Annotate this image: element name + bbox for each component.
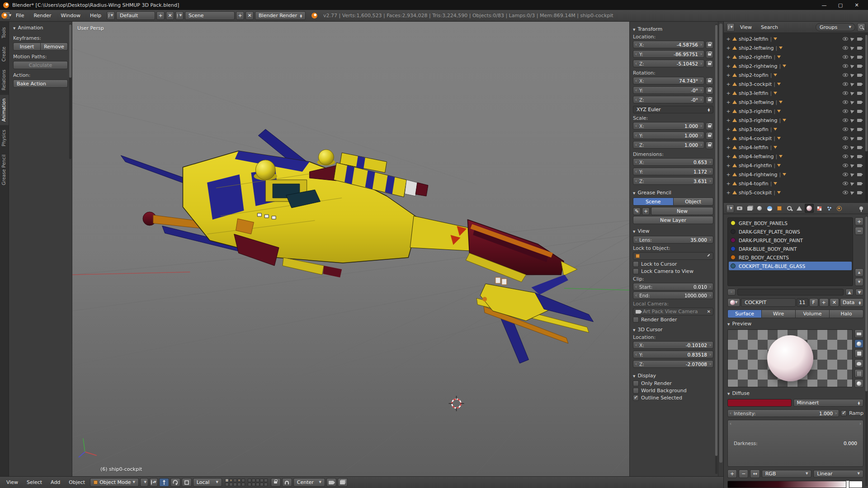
material-slot[interactable]: DARK-PURPLE_BODY_PAINT [729, 236, 852, 244]
preview-world-button[interactable] [854, 379, 863, 388]
tab-physics[interactable] [835, 204, 844, 213]
layer-cell[interactable] [256, 479, 259, 482]
gp-scene-toggle[interactable]: Scene [633, 197, 674, 206]
material-slot[interactable]: DARK-BLUE_BODY_PAINT [729, 244, 852, 253]
tab-texture[interactable] [815, 204, 824, 213]
lock-object-field[interactable] [633, 252, 713, 260]
lock-toggle-button[interactable] [706, 122, 713, 130]
visibility-eye-icon[interactable] [843, 118, 848, 122]
renderability-camera-icon[interactable] [857, 146, 862, 149]
selectability-icon[interactable] [850, 37, 855, 41]
outline-selected-checkbox[interactable] [633, 395, 639, 401]
expand-icon[interactable] [726, 190, 731, 196]
visibility-eye-icon[interactable] [843, 191, 848, 194]
eyedropper-icon[interactable] [706, 254, 711, 258]
renderability-camera-icon[interactable] [857, 101, 862, 104]
renderability-camera-icon[interactable] [857, 38, 862, 41]
outliner-row[interactable]: ship4-rightfin [726, 161, 867, 170]
expand-icon[interactable] [726, 154, 731, 160]
maximize-button[interactable]: ▢ [832, 0, 849, 10]
render-opengl-button[interactable] [326, 478, 336, 487]
expand-icon[interactable] [726, 163, 731, 169]
browse-material-button[interactable]: ▼ [727, 298, 740, 307]
bake-action-button[interactable]: Bake Action [13, 80, 68, 88]
expand-icon[interactable] [726, 117, 731, 123]
list-grip[interactable]: ▼ [855, 289, 863, 296]
tab-tools[interactable]: Tools [0, 23, 9, 42]
list-filter-button[interactable]: ◦ [727, 289, 736, 296]
selectability-icon[interactable] [850, 163, 855, 168]
layout-name-field[interactable]: Default [116, 11, 155, 20]
insert-keyframe-button[interactable]: Insert [13, 42, 41, 51]
layer-cell[interactable] [229, 483, 233, 486]
selectability-icon[interactable] [850, 82, 855, 86]
transform-orientation-dropdown[interactable]: Local▼ [193, 478, 222, 487]
mode-dropdown[interactable]: Object Mode▼ [90, 478, 139, 487]
grease-pencil-collapse-icon[interactable] [633, 190, 635, 196]
menu-file[interactable]: File [12, 12, 28, 19]
selectability-icon[interactable] [850, 46, 855, 50]
dimension-field[interactable]: Z:3.631 [633, 177, 713, 185]
material-slot-selected[interactable]: COCKPIT_TEAL-BLUE_GLASS [729, 262, 852, 270]
clear-camera-icon[interactable]: ✕ [707, 309, 711, 314]
fake-user-button[interactable]: F [809, 298, 818, 307]
selectability-icon[interactable] [850, 91, 855, 95]
visibility-eye-icon[interactable] [843, 109, 848, 113]
gp-add-button[interactable]: + [642, 207, 650, 215]
layout-browse-button[interactable]: ▼ [107, 11, 115, 20]
expand-icon[interactable] [726, 54, 731, 60]
outliner-row[interactable]: ship4-cockpit [726, 134, 867, 143]
manipulator-rotate-button[interactable] [170, 478, 180, 487]
tab-grease-pencil[interactable]: Grease Pencil [0, 151, 9, 189]
outliner-row[interactable]: ship3-leftfin [726, 89, 867, 98]
menu-object[interactable]: Object [65, 479, 89, 486]
lock-toggle-button[interactable] [706, 87, 713, 94]
selectability-icon[interactable] [850, 145, 855, 150]
layer-cell[interactable] [225, 483, 229, 486]
ramp-handle[interactable] [846, 480, 849, 488]
gp-new-button[interactable]: New [651, 207, 713, 215]
tab-world[interactable] [765, 204, 774, 213]
remove-material-slot-button[interactable]: − [855, 227, 863, 235]
ramp-blend-dropdown[interactable]: Linear▼ [813, 470, 863, 478]
outliner-row[interactable]: ship2-topfin [726, 70, 867, 80]
only-render-checkbox[interactable] [633, 380, 639, 386]
layer-cell[interactable] [260, 483, 264, 486]
preview-sphere-button[interactable] [854, 339, 863, 348]
diffuse-darkness-slider[interactable]: Darkness:0.000 [727, 420, 863, 467]
outliner-row[interactable]: ship2-leftfin [726, 34, 867, 43]
tab-render[interactable] [735, 204, 744, 213]
new-material-button[interactable]: + [819, 298, 829, 307]
pin-id-button[interactable] [857, 204, 866, 213]
layer-cell[interactable] [233, 479, 237, 482]
preview-monkey-button[interactable] [854, 359, 863, 368]
visibility-eye-icon[interactable] [843, 100, 848, 104]
scale-field[interactable]: Z:1.000 [633, 141, 704, 149]
manipulator-scale-button[interactable] [182, 478, 192, 487]
dimension-field[interactable]: Y:1.172 [633, 168, 713, 175]
layer-cell[interactable] [241, 479, 245, 482]
tab-particles[interactable] [825, 204, 834, 213]
layer-cell[interactable] [225, 479, 229, 482]
ramp-input-dropdown[interactable]: RGB▼ [762, 470, 812, 478]
cursor3d-collapse-icon[interactable] [633, 327, 635, 333]
ramp-delete-button[interactable]: − [739, 469, 748, 478]
selectability-icon[interactable] [850, 118, 855, 122]
scale-field[interactable]: Y:1.000 [633, 131, 704, 139]
selectability-icon[interactable] [850, 181, 855, 186]
expand-icon[interactable] [726, 72, 731, 78]
list-filter-field[interactable] [737, 289, 844, 296]
visibility-eye-icon[interactable] [843, 55, 848, 59]
cursor-location-field[interactable]: Y:0.83518 [633, 351, 713, 358]
scale-field[interactable]: X:1.000 [633, 122, 704, 130]
menu-window[interactable]: Window [57, 12, 85, 19]
expand-icon[interactable] [726, 36, 731, 42]
scene-browse-button[interactable]: ▼ [175, 11, 184, 20]
add-material-slot-button[interactable]: + [855, 217, 863, 225]
menu-help[interactable]: Help [86, 12, 105, 19]
visibility-eye-icon[interactable] [843, 37, 848, 41]
viewport-shading-dropdown[interactable]: ▼ [140, 478, 148, 487]
local-camera-field[interactable]: Art Pack View Camera ✕ [633, 308, 713, 315]
outliner-row[interactable]: ship3-cockpit [726, 80, 867, 89]
outliner-search-menu[interactable]: Search [757, 23, 782, 31]
